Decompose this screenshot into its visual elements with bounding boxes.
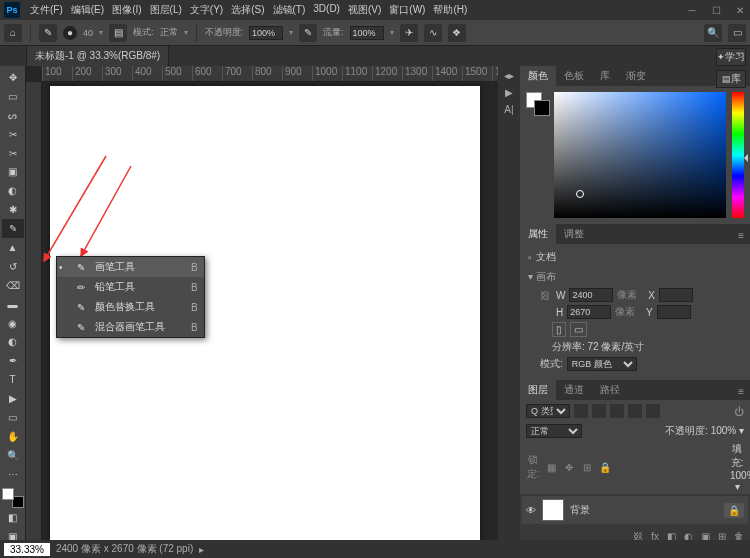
brush-tool[interactable]: ✎ bbox=[2, 219, 24, 238]
filter-adjust-icon[interactable] bbox=[592, 404, 606, 418]
airbrush-icon[interactable]: ✈ bbox=[400, 24, 418, 42]
menu-3d[interactable]: 3D(D) bbox=[309, 1, 344, 19]
panel-menu-icon[interactable]: ≡ bbox=[732, 227, 750, 244]
dodge-tool[interactable]: ◐ bbox=[2, 332, 24, 351]
hand-tool[interactable]: ✋ bbox=[2, 427, 24, 446]
layer-thumbnail[interactable] bbox=[542, 499, 564, 521]
menu-image[interactable]: 图像(I) bbox=[108, 1, 145, 19]
lock-icon[interactable]: 🔒 bbox=[724, 503, 744, 518]
menu-window[interactable]: 窗口(W) bbox=[385, 1, 429, 19]
lock-position-icon[interactable]: ✥ bbox=[562, 462, 576, 473]
quick-mask[interactable]: ◧ bbox=[2, 508, 24, 527]
quick-select-tool[interactable]: ✂ bbox=[2, 125, 24, 144]
eyedropper-tool[interactable]: ◐ bbox=[2, 181, 24, 200]
menu-filter[interactable]: 滤镜(T) bbox=[269, 1, 310, 19]
library-button[interactable]: ▤ 库 bbox=[716, 70, 746, 88]
layer-name[interactable]: 背景 bbox=[570, 503, 590, 517]
history-panel-icon[interactable]: ▶ bbox=[505, 87, 513, 98]
orientation-portrait-icon[interactable]: ▯ bbox=[552, 322, 566, 337]
history-brush-tool[interactable]: ↺ bbox=[2, 257, 24, 276]
canvas-height-input[interactable] bbox=[567, 305, 611, 319]
menu-help[interactable]: 帮助(H) bbox=[429, 1, 471, 19]
panel-bg-swatch[interactable] bbox=[534, 100, 550, 116]
healing-tool[interactable]: ✱ bbox=[2, 200, 24, 219]
edit-toolbar[interactable]: ⋯ bbox=[2, 465, 24, 484]
status-chevron[interactable]: ▸ bbox=[199, 544, 204, 555]
zoom-tool[interactable]: 🔍 bbox=[2, 446, 24, 465]
color-field[interactable] bbox=[554, 92, 726, 218]
zoom-level[interactable]: 33.33% bbox=[4, 543, 50, 556]
menu-type[interactable]: 文字(Y) bbox=[186, 1, 227, 19]
canvas-x-input[interactable] bbox=[659, 288, 693, 302]
menu-file[interactable]: 文件(F) bbox=[26, 1, 67, 19]
tab-lib[interactable]: 库 bbox=[592, 66, 618, 86]
search-icon[interactable]: 🔍 bbox=[704, 24, 722, 42]
window-close[interactable]: ✕ bbox=[734, 5, 746, 16]
tab-grad[interactable]: 渐变 bbox=[618, 66, 654, 86]
color-swatches[interactable] bbox=[2, 488, 24, 509]
filter-toggle[interactable]: ⏻ bbox=[734, 406, 744, 417]
frame-tool[interactable]: ▣ bbox=[2, 162, 24, 181]
symmetry-icon[interactable]: ❖ bbox=[448, 24, 466, 42]
panel-collapse-icon[interactable]: ◂▸ bbox=[504, 70, 514, 81]
panel-menu-icon[interactable]: ≡ bbox=[732, 383, 750, 400]
flow-input[interactable] bbox=[350, 26, 384, 40]
brush-picker-chevron[interactable]: ▾ bbox=[99, 28, 103, 37]
tab-paths[interactable]: 路径 bbox=[592, 380, 628, 400]
pen-tool[interactable]: ✒ bbox=[2, 351, 24, 370]
layer-opacity[interactable]: 100% bbox=[711, 425, 737, 436]
eraser-tool[interactable]: ⌫ bbox=[2, 276, 24, 295]
window-maximize[interactable]: ☐ bbox=[710, 5, 722, 16]
color-mode-select[interactable]: RGB 颜色 bbox=[567, 357, 637, 371]
filter-shape-icon[interactable] bbox=[628, 404, 642, 418]
tab-channels[interactable]: 通道 bbox=[556, 380, 592, 400]
tab-properties[interactable]: 属性 bbox=[520, 224, 556, 244]
blend-mode-select[interactable]: 正常 bbox=[526, 424, 582, 438]
brush-settings-icon[interactable]: ▤ bbox=[109, 24, 127, 42]
tab-adjust[interactable]: 调整 bbox=[556, 224, 592, 244]
type-tool[interactable]: T bbox=[2, 370, 24, 389]
menu-view[interactable]: 视图(V) bbox=[344, 1, 385, 19]
filter-pixel-icon[interactable] bbox=[574, 404, 588, 418]
menu-select[interactable]: 选择(S) bbox=[227, 1, 268, 19]
layer-filter-select[interactable]: Q 类型 bbox=[526, 404, 570, 418]
link-icon[interactable]: ⛓ bbox=[540, 290, 552, 301]
layer-row-background[interactable]: 👁 背景 🔒 bbox=[522, 496, 748, 524]
stamp-tool[interactable]: ▲ bbox=[2, 238, 24, 257]
pressure-opacity-icon[interactable]: ✎ bbox=[299, 24, 317, 42]
tab-layers[interactable]: 图层 bbox=[520, 380, 556, 400]
move-tool[interactable]: ✥ bbox=[2, 68, 24, 87]
lock-pixels-icon[interactable]: ▦ bbox=[544, 462, 558, 473]
gradient-tool[interactable]: ▬ bbox=[2, 295, 24, 314]
tab-color[interactable]: 颜色 bbox=[520, 66, 556, 86]
blur-tool[interactable]: ◉ bbox=[2, 314, 24, 333]
menu-edit[interactable]: 编辑(E) bbox=[67, 1, 108, 19]
document-tab[interactable]: 未标题-1 @ 33.3%(RGB/8#) bbox=[26, 45, 169, 66]
brush-tool-icon[interactable]: ✎ bbox=[39, 24, 57, 42]
filter-smart-icon[interactable] bbox=[646, 404, 660, 418]
tab-swatch[interactable]: 色板 bbox=[556, 66, 592, 86]
crop-tool[interactable]: ✂ bbox=[2, 144, 24, 163]
hue-slider[interactable] bbox=[732, 92, 744, 218]
brush-preset-icon[interactable]: ● bbox=[63, 26, 77, 40]
flyout-brush[interactable]: •✎ 画笔工具 B bbox=[57, 257, 204, 277]
opacity-input[interactable] bbox=[249, 26, 283, 40]
home-icon[interactable]: ⌂ bbox=[4, 24, 22, 42]
menu-layer[interactable]: 图层(L) bbox=[146, 1, 186, 19]
lock-artboard-icon[interactable]: ⊞ bbox=[580, 462, 594, 473]
layer-fill[interactable]: 100% bbox=[730, 470, 750, 481]
mode-value[interactable]: 正常 bbox=[160, 26, 178, 39]
visibility-icon[interactable]: 👁 bbox=[526, 505, 536, 516]
marquee-tool[interactable]: ▭ bbox=[2, 87, 24, 106]
window-minimize[interactable]: ─ bbox=[686, 5, 698, 16]
flyout-color-replace[interactable]: ✎ 颜色替换工具 B bbox=[57, 297, 204, 317]
filter-type-icon[interactable] bbox=[610, 404, 624, 418]
workspace-icon[interactable]: ▭ bbox=[728, 24, 746, 42]
orientation-landscape-icon[interactable]: ▭ bbox=[570, 322, 587, 337]
lock-all-icon[interactable]: 🔒 bbox=[598, 462, 612, 473]
flyout-mixer-brush[interactable]: ✎ 混合器画笔工具 B bbox=[57, 317, 204, 337]
foreground-swatch[interactable] bbox=[2, 488, 14, 500]
canvas-width-input[interactable] bbox=[569, 288, 613, 302]
flyout-pencil[interactable]: ✏ 铅笔工具 B bbox=[57, 277, 204, 297]
canvas-y-input[interactable] bbox=[657, 305, 691, 319]
